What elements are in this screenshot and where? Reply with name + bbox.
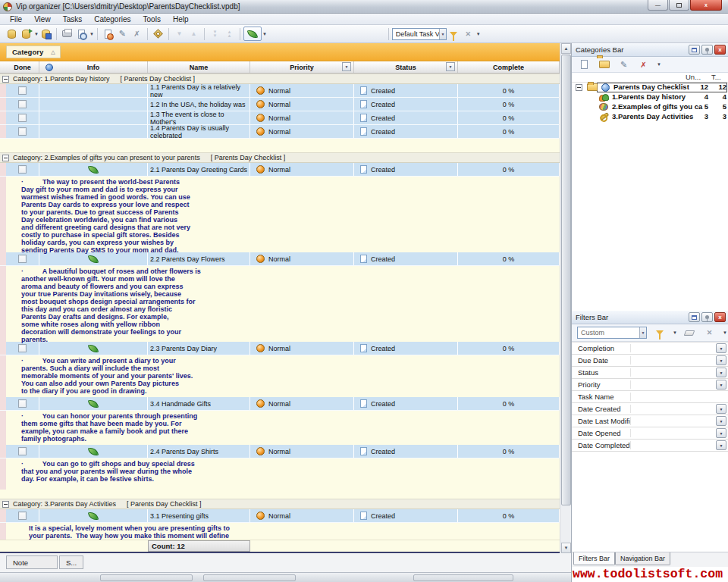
tree-item-gifts[interactable]: 2.Examples of gifts you ca 5 5 bbox=[572, 102, 728, 112]
filter-value[interactable]: ▼ bbox=[631, 440, 728, 451]
task-row[interactable]: 3.1 Presenting gifts Normal Created 0 % bbox=[0, 509, 560, 523]
taskbar-button[interactable] bbox=[203, 574, 296, 581]
category-group-header[interactable]: Category: 3.Parents Day Activities [ Par… bbox=[0, 499, 560, 509]
task-row[interactable]: 2.1 Parents Day Greeting Cards Normal Cr… bbox=[0, 163, 560, 177]
filter-value[interactable] bbox=[631, 391, 728, 402]
column-header-complete[interactable]: Complete bbox=[458, 61, 560, 73]
tree-item-activities[interactable]: 3.Parents Day Activities 3 3 bbox=[572, 112, 728, 122]
notes-dropdown-icon[interactable]: ▼ bbox=[262, 32, 267, 36]
dropdown-icon[interactable]: ▼ bbox=[716, 416, 726, 426]
move-bottom-button[interactable]: ▼▼ bbox=[208, 27, 222, 41]
edit-task-button[interactable]: ✎ bbox=[115, 27, 130, 41]
filter-value[interactable]: ▼ bbox=[631, 403, 728, 415]
panel-close-button[interactable]: x bbox=[714, 45, 726, 55]
maximize-button[interactable] bbox=[669, 0, 689, 11]
tab-summary[interactable]: S... bbox=[59, 555, 83, 569]
close-filter-button[interactable]: ✕ bbox=[702, 326, 717, 340]
done-checkbox[interactable] bbox=[18, 344, 27, 352]
move-up-button[interactable]: ▲ bbox=[187, 27, 201, 41]
column-header-done[interactable]: Done bbox=[6, 61, 39, 73]
status-cell[interactable]: Created bbox=[354, 252, 458, 265]
task-name[interactable]: 1.2 In the USA, the holiday was bbox=[148, 98, 250, 111]
priority-cell[interactable]: Normal bbox=[250, 111, 354, 124]
panel-close-button[interactable]: x bbox=[714, 312, 726, 322]
menu-tasks[interactable]: Tasks bbox=[57, 15, 89, 23]
filters-toolbar-dropdown-icon[interactable]: ▼ bbox=[723, 330, 727, 335]
save-database-button[interactable] bbox=[39, 27, 53, 41]
task-name[interactable]: 2.2 Parents Day Flowers bbox=[148, 252, 250, 265]
menu-tools[interactable]: Tools bbox=[137, 15, 167, 23]
tree-collapse-icon[interactable] bbox=[576, 84, 582, 91]
dropdown-icon[interactable]: ▼ bbox=[716, 404, 726, 414]
grid-scrollbar[interactable]: ▲ ▼ bbox=[560, 43, 571, 553]
delete-category-button[interactable]: ✗ bbox=[636, 58, 651, 72]
priority-cell[interactable]: Normal bbox=[250, 342, 354, 355]
task-name[interactable]: 2.4 Parents Day Shirts bbox=[148, 445, 250, 458]
done-checkbox[interactable] bbox=[18, 86, 27, 95]
filter-value[interactable]: ▼ bbox=[631, 343, 728, 354]
task-name[interactable]: 1.1 Parents Day is a relatively new bbox=[148, 84, 250, 97]
task-row[interactable]: 1.1 Parents Day is a relatively new Norm… bbox=[0, 84, 560, 98]
filter-dropdown-icon[interactable]: ▼ bbox=[673, 330, 677, 335]
column-header-priority[interactable]: Priority▼ bbox=[250, 61, 354, 73]
combo-spinner-icon[interactable]: ▼ bbox=[439, 29, 446, 39]
priority-cell[interactable]: Normal bbox=[250, 252, 354, 265]
tab-note[interactable]: Note bbox=[6, 555, 58, 569]
collapse-icon[interactable] bbox=[2, 501, 9, 508]
status-cell[interactable]: Created bbox=[354, 445, 458, 458]
filter-value[interactable]: ▼ bbox=[631, 367, 728, 378]
task-view-combo[interactable]: Default Task V ▼ bbox=[392, 28, 447, 40]
move-top-button[interactable]: ▲▲ bbox=[222, 27, 237, 41]
dropdown-icon[interactable]: ▼ bbox=[716, 368, 726, 377]
combo-spinner-icon[interactable]: ▼ bbox=[639, 327, 646, 338]
task-row[interactable]: 2.3 Parents Day Diary Normal Created 0 % bbox=[0, 342, 560, 355]
filter-preset-combo[interactable]: Custom ▼ bbox=[577, 327, 647, 339]
tag-button[interactable] bbox=[151, 27, 165, 41]
panel-restore-button[interactable] bbox=[689, 45, 700, 55]
task-name[interactable]: 1.3 The event is close to Mother's bbox=[148, 111, 250, 124]
new-category-button[interactable] bbox=[577, 58, 592, 72]
taskbar-button[interactable] bbox=[413, 574, 513, 581]
task-name[interactable]: 2.1 Parents Day Greeting Cards bbox=[148, 163, 250, 176]
task-row[interactable]: 2.2 Parents Day Flowers Normal Created 0… bbox=[0, 252, 560, 266]
filter-value[interactable]: ▼ bbox=[631, 415, 728, 427]
filter-value[interactable]: ▼ bbox=[631, 379, 728, 390]
notes-panel-button[interactable] bbox=[243, 27, 262, 41]
move-down-button[interactable]: ▼ bbox=[172, 27, 187, 41]
view-dropdown-icon[interactable]: ▼ bbox=[476, 32, 481, 36]
task-name[interactable]: 3.1 Presenting gifts bbox=[148, 509, 250, 522]
status-cell[interactable]: Created bbox=[354, 397, 458, 410]
minimize-button[interactable]: — bbox=[648, 0, 668, 11]
erase-filter-button[interactable] bbox=[682, 326, 697, 340]
clear-view-filter-button[interactable]: ✕ bbox=[461, 27, 475, 41]
edit-category-button[interactable]: ✎ bbox=[617, 58, 631, 72]
status-cell[interactable]: Created bbox=[354, 98, 458, 111]
print-button[interactable] bbox=[60, 27, 74, 41]
done-checkbox[interactable] bbox=[18, 114, 27, 122]
status-cell[interactable]: Created bbox=[354, 509, 458, 522]
status-cell[interactable]: Created bbox=[354, 125, 458, 138]
category-group-header[interactable]: Category: 2.Examples of gifts you can pr… bbox=[0, 152, 560, 163]
priority-cell[interactable]: Normal bbox=[250, 163, 354, 176]
task-name[interactable]: 3.4 Handmade Gifts bbox=[148, 397, 250, 410]
dropdown-icon[interactable]: ▼ bbox=[716, 440, 726, 450]
scroll-down-icon[interactable]: ▼ bbox=[561, 543, 571, 553]
task-row[interactable]: 1.3 The event is close to Mother's Norma… bbox=[0, 111, 560, 125]
priority-cell[interactable]: Normal bbox=[250, 445, 354, 458]
new-subcategory-button[interactable] bbox=[597, 58, 611, 72]
delete-task-button[interactable]: ✗ bbox=[130, 27, 144, 41]
dropdown-icon[interactable]: ▼ bbox=[716, 343, 726, 353]
dropdown-icon[interactable]: ▼ bbox=[716, 380, 726, 390]
task-row[interactable]: 1.4 Parents Day is usually celebrated No… bbox=[0, 125, 560, 139]
unread-column-header[interactable]: Un... bbox=[686, 73, 708, 81]
scroll-up-icon[interactable]: ▲ bbox=[561, 43, 571, 54]
new-database-button[interactable] bbox=[5, 27, 19, 41]
status-cell[interactable]: Created bbox=[354, 84, 458, 97]
status-cell[interactable]: Created bbox=[354, 163, 458, 176]
tree-item-history[interactable]: 1.Parents Day history 4 4 bbox=[572, 92, 728, 102]
open-database-button[interactable] bbox=[19, 27, 33, 41]
tab-navigation-bar[interactable]: Navigation Bar bbox=[615, 552, 670, 565]
done-checkbox[interactable] bbox=[18, 100, 27, 108]
task-name[interactable]: 1.4 Parents Day is usually celebrated bbox=[148, 125, 250, 138]
tab-filters-bar[interactable]: Filters Bar bbox=[573, 552, 615, 565]
